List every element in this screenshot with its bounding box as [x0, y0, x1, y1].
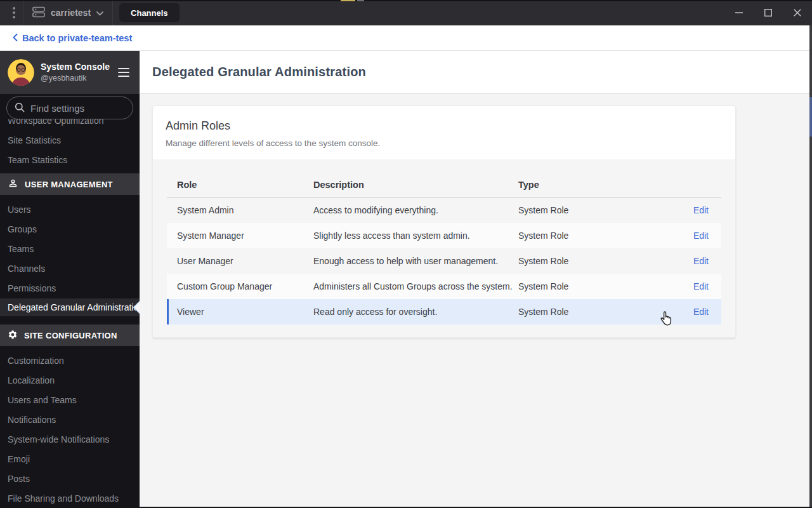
selected-item-label: Delegated Granular Administration	[8, 302, 140, 312]
card-header: Admin Roles Manage different levels of a…	[153, 106, 735, 159]
table-row: Custom Group Manager Administers all Cus…	[167, 274, 721, 299]
description-cell: Administers all Custom Groups across the…	[313, 281, 518, 291]
sidebar-item-posts[interactable]: Posts	[0, 469, 140, 489]
sidebar-item-permissions[interactable]: Permissions	[0, 279, 140, 298]
type-cell: System Role	[518, 205, 671, 215]
sidebar-item-delegated-granular-administration[interactable]: Delegated Granular Administration	[0, 298, 140, 316]
role-cell: Custom Group Manager	[167, 281, 313, 291]
find-settings-searchbox[interactable]	[6, 97, 133, 119]
type-cell: System Role	[518, 256, 671, 266]
chevron-down-icon	[96, 8, 103, 18]
role-cell: System Admin	[167, 205, 313, 215]
sidebar-items: Workspace Optimization Site Statistics T…	[0, 119, 140, 508]
minimize-button[interactable]	[724, 0, 754, 25]
main-content: Admin Roles Manage different levels of a…	[140, 94, 812, 508]
hamburger-menu-icon[interactable]	[115, 65, 132, 79]
sidebar-item-teams[interactable]: Teams	[0, 239, 140, 259]
sidebar-item-team-statistics[interactable]: Team Statistics	[0, 150, 140, 170]
role-cell: User Manager	[167, 256, 313, 266]
table-row: System Manager Slightly less access than…	[167, 223, 721, 248]
section-header-user-management[interactable]: USER MANAGEMENT	[0, 173, 140, 195]
vertical-scrollbar[interactable]	[809, 25, 812, 508]
top-strip-accent	[357, 0, 364, 1]
sidebar-item-users[interactable]: Users	[0, 200, 140, 220]
role-cell: System Manager	[167, 231, 313, 241]
titlebar-divider	[112, 0, 113, 25]
sidebar-item-system-wide-notifications[interactable]: System-wide Notifications	[0, 430, 140, 450]
description-cell: Access to modifying everything.	[313, 205, 518, 215]
sidebar-item-customization[interactable]: Customization	[0, 351, 140, 371]
type-cell: System Role	[518, 231, 671, 241]
sidebar-item-groups[interactable]: Groups	[0, 220, 140, 239]
sidebar-header: System Console @yesbhautik	[0, 51, 140, 94]
sidebar-header-text: System Console @yesbhautik	[41, 61, 110, 84]
user-management-items: Users Groups Teams Channels Permissions …	[0, 195, 140, 321]
table-header-row: Role Description Type	[167, 172, 721, 197]
description-cell: Slightly less access than system admin.	[313, 231, 518, 241]
top-edge-strip	[0, 0, 812, 1]
edit-link[interactable]: Edit	[693, 256, 709, 266]
section-header-site-configuration[interactable]: SITE CONFIGURATION	[0, 324, 140, 346]
server-name: carrietest	[51, 8, 91, 18]
window-titlebar: carrietest Channels	[0, 0, 812, 25]
edit-link[interactable]: Edit	[693, 281, 709, 291]
sidebar-search-wrap	[0, 94, 140, 119]
admin-roles-table: Role Description Type System Admin Acces…	[153, 159, 735, 337]
table-row-highlighted[interactable]: Viewer Read only access for oversight. S…	[167, 299, 721, 324]
server-selector[interactable]: carrietest	[23, 0, 112, 25]
sidebar-item-workspace-optimization[interactable]: Workspace Optimization	[0, 119, 140, 131]
site-configuration-items: Customization Localization Users and Tea…	[0, 346, 140, 508]
sidebar-item-file-sharing-and-downloads[interactable]: File Sharing and Downloads	[0, 489, 140, 508]
description-cell: Enough access to help with user manageme…	[313, 256, 518, 266]
back-link-label: Back to private-team-test	[22, 33, 132, 43]
chevron-left-icon	[13, 33, 18, 43]
page-title: Delegated Granular Administration	[152, 65, 366, 79]
tab-channels[interactable]: Channels	[119, 3, 180, 22]
scrollbar-thumb[interactable]	[809, 97, 812, 137]
role-cell: Viewer	[167, 307, 313, 317]
type-cell: System Role	[518, 307, 671, 317]
sidebar-item-site-statistics[interactable]: Site Statistics	[0, 131, 140, 150]
sidebar-item-channels[interactable]: Channels	[0, 259, 140, 279]
user-icon	[8, 178, 18, 190]
section-label: USER MANAGEMENT	[25, 180, 113, 189]
card-title: Admin Roles	[166, 119, 723, 133]
top-strip-accent	[341, 0, 355, 1]
sidebar-item-users-and-teams[interactable]: Users and Teams	[0, 391, 140, 410]
console-username: @yesbhautik	[41, 73, 110, 84]
avatar[interactable]	[8, 59, 34, 86]
back-bar: Back to private-team-test	[0, 25, 812, 51]
window-controls	[724, 0, 812, 25]
sidebar-item-localization[interactable]: Localization	[0, 371, 140, 391]
edit-link[interactable]: Edit	[693, 231, 709, 241]
column-header-description: Description	[313, 180, 518, 190]
main-header: Delegated Granular Administration	[140, 51, 812, 94]
sidebar-item-notifications[interactable]: Notifications	[0, 410, 140, 430]
admin-roles-card: Admin Roles Manage different levels of a…	[152, 105, 736, 338]
console-sidebar: System Console @yesbhautik Workspace Opt…	[0, 51, 140, 508]
close-button[interactable]	[783, 0, 812, 25]
console-title: System Console	[41, 61, 110, 73]
card-description: Manage different levels of access to the…	[166, 138, 723, 148]
table-row: User Manager Enough access to help with …	[167, 248, 721, 274]
type-cell: System Role	[518, 281, 671, 291]
edit-link[interactable]: Edit	[693, 205, 709, 215]
column-header-type: Type	[518, 180, 671, 190]
sidebar-item-emoji[interactable]: Emoji	[0, 450, 140, 469]
gear-icon	[8, 330, 18, 342]
app-menu-kebab-icon[interactable]	[5, 7, 23, 18]
search-icon	[15, 102, 25, 114]
section-label: SITE CONFIGURATION	[24, 331, 117, 340]
back-to-team-link[interactable]: Back to private-team-test	[13, 33, 132, 43]
column-header-role: Role	[167, 180, 313, 190]
description-cell: Read only access for oversight.	[313, 307, 518, 317]
edit-link[interactable]: Edit	[693, 307, 709, 317]
maximize-button[interactable]	[754, 0, 783, 25]
table-row: System Admin Access to modifying everyth…	[167, 197, 721, 223]
server-icon	[32, 6, 45, 20]
search-input[interactable]	[30, 103, 140, 114]
